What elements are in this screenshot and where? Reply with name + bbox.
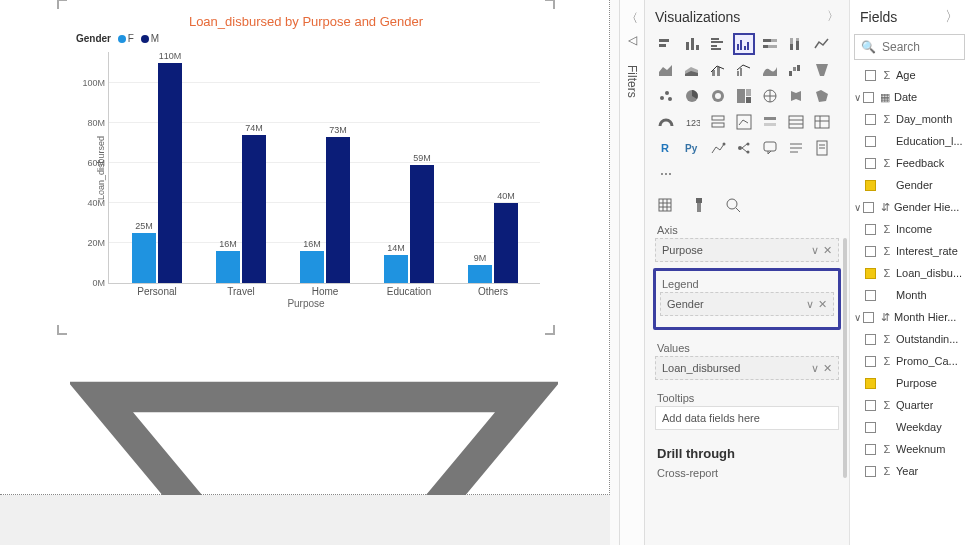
viz-card-icon[interactable]: 123	[681, 111, 703, 133]
viz-decomposition-icon[interactable]	[733, 137, 755, 159]
viz-shape-map-icon[interactable]	[811, 85, 833, 107]
values-field-well[interactable]: Loan_disbursed ∨✕	[655, 356, 839, 380]
viz-kpi-icon[interactable]	[733, 111, 755, 133]
search-input[interactable]	[882, 40, 952, 54]
field-gender-hier[interactable]: Gender Hie...	[894, 201, 959, 213]
field-purpose[interactable]: Purpose	[896, 377, 937, 389]
viz-key-influencers-icon[interactable]	[707, 137, 729, 159]
viz-pane-scrollbar[interactable]	[843, 238, 847, 478]
field-feedback[interactable]: Feedback	[896, 157, 944, 169]
expand-icon[interactable]: ∨	[852, 92, 862, 103]
viz-pie-icon[interactable]	[681, 85, 703, 107]
field-income[interactable]: Income	[896, 223, 932, 235]
viz-waterfall-icon[interactable]	[785, 59, 807, 81]
field-dropdown-icon[interactable]: ∨	[806, 298, 814, 310]
analytics-tab-icon[interactable]	[725, 197, 741, 216]
viz-clustered-column-icon[interactable]	[733, 33, 755, 55]
field-education[interactable]: Education_l...	[896, 135, 963, 147]
field-checkbox[interactable]	[865, 268, 876, 279]
tooltips-field-well[interactable]: Add data fields here	[655, 406, 839, 430]
field-checkbox[interactable]	[865, 114, 876, 125]
viz-stacked-column-icon[interactable]	[681, 33, 703, 55]
field-checkbox[interactable]	[865, 422, 876, 433]
viz-python-icon[interactable]: Py	[681, 137, 703, 159]
bar-m[interactable]	[494, 203, 518, 283]
field-remove-icon[interactable]: ✕	[823, 362, 832, 374]
viz-multirow-card-icon[interactable]	[707, 111, 729, 133]
field-interest[interactable]: Interest_rate	[896, 245, 958, 257]
report-canvas[interactable]: Loan_disbursed by Purpose and Gender Gen…	[0, 0, 610, 495]
collapse-fields-icon[interactable]: 〉	[945, 8, 959, 26]
field-remove-icon[interactable]: ✕	[818, 298, 827, 310]
field-checkbox[interactable]	[865, 158, 876, 169]
viz-table-icon[interactable]	[785, 111, 807, 133]
axis-field-well[interactable]: Purpose ∨✕	[655, 238, 839, 262]
viz-slicer-icon[interactable]	[759, 111, 781, 133]
bar-m[interactable]	[410, 165, 434, 283]
format-tab-icon[interactable]	[691, 197, 707, 216]
field-checkbox[interactable]	[865, 334, 876, 345]
viz-clustered-bar-icon[interactable]	[707, 33, 729, 55]
bar-m[interactable]	[326, 137, 350, 283]
fields-tab-icon[interactable]	[657, 197, 673, 216]
viz-line-icon[interactable]	[811, 33, 833, 55]
field-weekday[interactable]: Weekday	[896, 421, 942, 433]
field-weeknum[interactable]: Weeknum	[896, 443, 945, 455]
viz-narrative-icon[interactable]	[785, 137, 807, 159]
bar-m[interactable]	[242, 135, 266, 283]
resize-handle-tl[interactable]	[57, 0, 67, 9]
expand-icon[interactable]: ∨	[852, 202, 862, 213]
bar-m[interactable]	[158, 63, 182, 283]
legend-field-well[interactable]: Gender ∨✕	[660, 292, 834, 316]
field-dropdown-icon[interactable]: ∨	[811, 244, 819, 256]
viz-line-clustered-column-icon[interactable]	[733, 59, 755, 81]
viz-stacked-area-icon[interactable]	[681, 59, 703, 81]
field-checkbox[interactable]	[865, 180, 876, 191]
viz-qna-icon[interactable]	[759, 137, 781, 159]
field-year[interactable]: Year	[896, 465, 918, 477]
viz-donut-icon[interactable]	[707, 85, 729, 107]
field-remove-icon[interactable]: ✕	[823, 244, 832, 256]
field-checkbox[interactable]	[865, 400, 876, 411]
field-gender[interactable]: Gender	[896, 179, 933, 191]
field-checkbox[interactable]	[865, 466, 876, 477]
field-checkbox[interactable]	[865, 378, 876, 389]
field-checkbox[interactable]	[865, 290, 876, 301]
viz-100-stacked-bar-icon[interactable]	[759, 33, 781, 55]
viz-paginated-icon[interactable]	[811, 137, 833, 159]
viz-map-icon[interactable]	[759, 85, 781, 107]
field-month-hier[interactable]: Month Hier...	[894, 311, 956, 323]
field-checkbox[interactable]	[863, 202, 874, 213]
field-day-month[interactable]: Day_month	[896, 113, 952, 125]
field-checkbox[interactable]	[865, 70, 876, 81]
resize-handle-tr[interactable]	[545, 0, 555, 9]
viz-matrix-icon[interactable]	[811, 111, 833, 133]
field-age[interactable]: Age	[896, 69, 916, 81]
viz-treemap-icon[interactable]	[733, 85, 755, 107]
bar-f[interactable]	[216, 251, 240, 283]
viz-stacked-bar-icon[interactable]	[655, 33, 677, 55]
viz-line-column-icon[interactable]	[707, 59, 729, 81]
bar-f[interactable]	[468, 265, 492, 283]
filters-pane-collapsed[interactable]: 〈 ◁ Filters	[619, 0, 645, 545]
field-loan-disbursed[interactable]: Loan_disbu...	[896, 267, 962, 279]
bar-f[interactable]	[300, 251, 324, 283]
viz-r-icon[interactable]: R	[655, 137, 677, 159]
field-month[interactable]: Month	[896, 289, 927, 301]
field-promo[interactable]: Promo_Ca...	[896, 355, 958, 367]
field-checkbox[interactable]	[865, 246, 876, 257]
viz-ribbon-icon[interactable]	[759, 59, 781, 81]
bar-f[interactable]	[384, 255, 408, 283]
collapse-viz-icon[interactable]: 〉	[827, 8, 839, 25]
expand-icon[interactable]: ∨	[852, 312, 862, 323]
viz-gauge-icon[interactable]	[655, 111, 677, 133]
field-checkbox[interactable]	[865, 356, 876, 367]
field-dropdown-icon[interactable]: ∨	[811, 362, 819, 374]
viz-100-stacked-column-icon[interactable]	[785, 33, 807, 55]
resize-handle-bl[interactable]	[57, 325, 67, 335]
fields-search[interactable]: 🔍	[854, 34, 965, 60]
bar-f[interactable]	[132, 233, 156, 283]
field-checkbox[interactable]	[865, 136, 876, 147]
field-date[interactable]: Date	[894, 91, 917, 103]
viz-filled-map-icon[interactable]	[785, 85, 807, 107]
